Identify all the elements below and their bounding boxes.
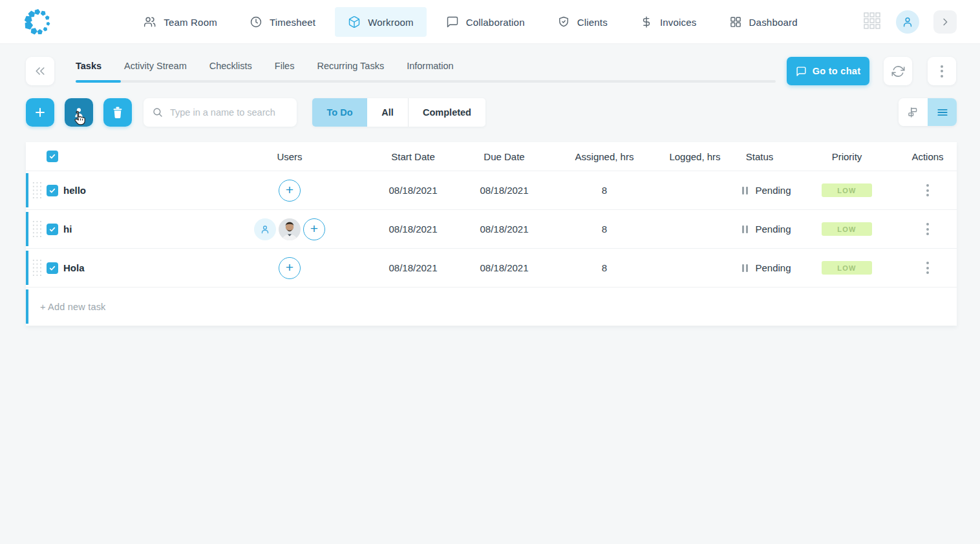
start-date[interactable]: 08/18/2021 (361, 262, 465, 273)
add-assignee-button[interactable]: + (279, 180, 301, 202)
drag-handle[interactable] (32, 258, 43, 277)
expand-right-button[interactable] (933, 10, 957, 34)
assigned-hrs: 8 (543, 185, 666, 196)
chevron-right-icon (940, 17, 950, 27)
users-cell: + (218, 218, 361, 240)
nav-item-dashboard[interactable]: Dashboard (716, 7, 811, 37)
col-header-assigned-hrs: Assigned, hrs (543, 151, 666, 162)
nav-label: Dashboard (749, 17, 798, 28)
task-name[interactable]: hi (63, 224, 218, 235)
user-avatar[interactable] (896, 10, 919, 34)
gantt-view-button[interactable] (899, 98, 928, 126)
table-row: hi + 08/18/2021 08/18/2021 8 Pending LOW (26, 209, 957, 248)
priority-badge[interactable]: LOW (822, 261, 872, 275)
apps-grid-icon[interactable] (862, 11, 882, 33)
add-task-button[interactable] (26, 98, 54, 127)
nav-item-invoices[interactable]: Invoices (627, 7, 710, 37)
pause-icon (742, 225, 748, 233)
search-box (144, 98, 297, 127)
milestone-flag-icon (907, 106, 920, 119)
filter-todo[interactable]: To Do (312, 98, 367, 127)
nav-item-clients[interactable]: Clients (544, 7, 621, 37)
dashboard-grid-icon (729, 16, 742, 28)
nav-label: Invoices (660, 17, 697, 28)
task-name[interactable]: Hola (63, 262, 218, 273)
person-icon (72, 105, 86, 120)
col-header-due-date: Due Date (465, 151, 543, 162)
tab-checklists[interactable]: Checklists (209, 61, 252, 71)
task-name[interactable]: hello (63, 185, 218, 196)
people-icon (144, 16, 156, 28)
assignee-placeholder-avatar[interactable] (254, 218, 276, 240)
priority-badge[interactable]: LOW (822, 183, 872, 197)
active-tab-indicator (76, 80, 121, 83)
col-header-priority: Priority (795, 151, 899, 162)
search-input[interactable] (170, 107, 286, 118)
filter-all[interactable]: All (367, 98, 408, 127)
add-assignee-button[interactable]: + (303, 218, 325, 240)
go-to-chat-button[interactable]: Go to chat (787, 57, 869, 85)
nav-item-timesheet[interactable]: Timesheet (237, 7, 328, 37)
table-row: Hola + 08/18/2021 08/18/2021 8 Pending L… (26, 248, 957, 287)
table-row: hello + 08/18/2021 08/18/2021 8 Pending … (26, 171, 957, 209)
start-date[interactable]: 08/18/2021 (361, 185, 465, 196)
search-icon (152, 107, 164, 118)
kebab-menu-icon (941, 65, 943, 78)
pause-icon (742, 264, 748, 272)
row-actions-button[interactable] (899, 184, 957, 196)
assigned-hrs: 8 (543, 224, 666, 235)
due-date[interactable]: 08/18/2021 (465, 262, 543, 273)
nav-item-workroom[interactable]: Workroom (335, 7, 427, 37)
double-chevron-left-icon (34, 65, 47, 78)
tab-tasks[interactable]: Tasks (76, 61, 101, 71)
person-icon (901, 16, 914, 28)
nav-item-collaboration[interactable]: Collaboration (433, 7, 538, 37)
tasks-table: Users Start Date Due Date Assigned, hrs … (26, 142, 957, 326)
workroom-tabs: Tasks Activity Stream Checklists Files R… (76, 56, 454, 76)
drag-handle[interactable] (32, 181, 43, 200)
nav-label: Timesheet (270, 17, 315, 28)
row-actions-button[interactable] (899, 223, 957, 235)
collapse-sidebar-button[interactable] (26, 57, 54, 85)
view-mode-toggle (899, 98, 957, 126)
due-date[interactable]: 08/18/2021 (465, 224, 543, 235)
status-cell[interactable]: Pending (724, 224, 795, 235)
col-header-logged-hrs: Logged, hrs (666, 151, 724, 162)
top-navigation-bar: Team Room Timesheet Workroom Collaborati… (0, 0, 980, 44)
add-assignee-button[interactable]: + (279, 257, 301, 279)
delete-task-button[interactable] (103, 98, 132, 127)
start-date[interactable]: 08/18/2021 (361, 224, 465, 235)
status-cell[interactable]: Pending (724, 262, 795, 273)
go-to-chat-label: Go to chat (813, 66, 861, 76)
nav-item-team-room[interactable]: Team Room (131, 7, 230, 37)
row-checkbox[interactable] (47, 224, 58, 235)
row-checkbox[interactable] (47, 185, 58, 196)
row-actions-button[interactable] (899, 262, 957, 274)
status-cell[interactable]: Pending (724, 185, 795, 196)
tab-information[interactable]: Information (407, 61, 454, 71)
row-checkbox[interactable] (47, 262, 58, 274)
app-logo-icon[interactable] (22, 6, 54, 38)
due-date[interactable]: 08/18/2021 (465, 185, 543, 196)
assign-user-button[interactable] (65, 98, 93, 127)
add-new-task-row[interactable]: + Add new task (26, 287, 957, 326)
task-filter-segmented-control: To Do All Completed (312, 98, 485, 127)
tab-recurring-tasks[interactable]: Recurring Tasks (317, 61, 384, 71)
drag-handle[interactable] (32, 220, 43, 238)
more-options-button[interactable] (928, 57, 956, 85)
pause-icon (742, 187, 748, 194)
assignee-photo-avatar[interactable] (279, 218, 301, 240)
select-all-checkbox[interactable] (47, 151, 58, 162)
filter-completed[interactable]: Completed (408, 98, 485, 127)
priority-badge[interactable]: LOW (822, 222, 872, 236)
list-view-button[interactable] (928, 98, 957, 126)
nav-label: Workroom (368, 17, 414, 28)
col-header-actions: Actions (899, 151, 957, 162)
tab-files[interactable]: Files (275, 61, 295, 71)
cube-icon (348, 16, 361, 28)
nav-label: Clients (577, 17, 608, 28)
status-label: Pending (756, 262, 791, 273)
refresh-button[interactable] (884, 57, 912, 85)
trash-icon (111, 105, 125, 120)
tab-activity-stream[interactable]: Activity Stream (124, 61, 187, 71)
